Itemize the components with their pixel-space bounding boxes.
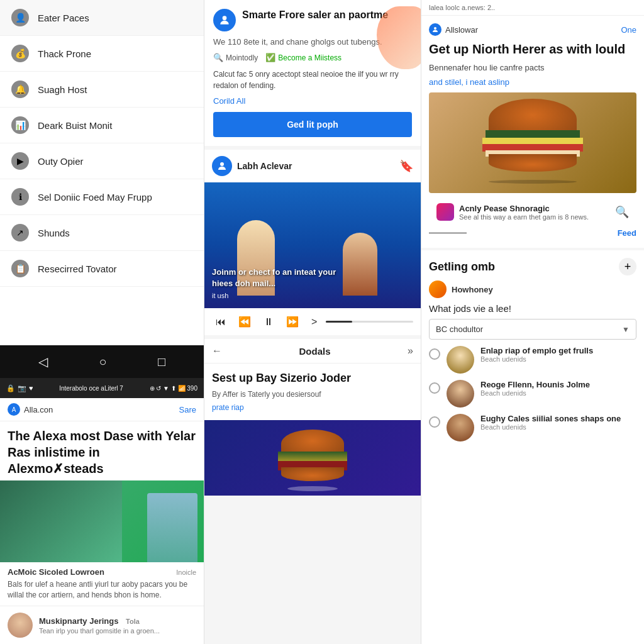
select-dropdown[interactable]: BC chodultor ▼: [429, 319, 636, 340]
pause-button[interactable]: ⏸: [260, 314, 277, 330]
deals-forward-button[interactable]: »: [408, 345, 413, 357]
notification-text: Interabolo oce aLiterl 7: [59, 385, 123, 392]
right-article-bottom: Feed: [429, 226, 636, 240]
promo-cta-button[interactable]: Ged lit poph: [213, 112, 412, 137]
deals-article-image: [204, 420, 421, 496]
middle-panel: Smarte Frore saler an paortme We 110 8et…: [204, 0, 421, 644]
nav-icon-7: 📋: [11, 260, 29, 277]
nav-icon-6: ↗: [11, 224, 29, 242]
nav-icon-2: 🔔: [11, 80, 29, 98]
nav-icon-3: 📊: [11, 116, 29, 134]
nav-item-0[interactable]: 👤 Eater Paces: [0, 0, 204, 36]
social-list: Enlap riap of emplo get frulls Beach ude…: [429, 346, 636, 441]
feed-card-author-row: AcMoic Sicoled Lowroen Inoicle: [8, 567, 196, 577]
poster-name: Howhoney: [452, 285, 493, 294]
nav-item-label-4: Outy Opier: [38, 156, 84, 167]
left-feed-card: A Alla.con Sare The Alexa most Dase with…: [0, 398, 204, 644]
status-bar: 🔒 📷 ♥ Interabolo oce aLiterl 7 ⊕ ↺ ▼ ⬆ 📶…: [0, 378, 204, 398]
one-button[interactable]: One: [621, 25, 636, 35]
promo-link[interactable]: Corild All: [213, 96, 412, 106]
search-icon[interactable]: 🔍: [615, 205, 629, 219]
radio-button-0[interactable]: [429, 348, 440, 360]
svg-point-0: [223, 16, 227, 20]
feed-image: [0, 480, 204, 562]
feed-card-tag: Inoicle: [176, 569, 196, 576]
social-item-text-2: Eughy Cales siilial sones shaps one Beac…: [480, 414, 636, 431]
right-app-desc: See al this way a earn thet gam is 8 new…: [459, 213, 610, 221]
rewind-button[interactable]: ⏪: [235, 313, 255, 330]
right-source-name: Allslowar: [445, 25, 478, 35]
deals-article-title: Sest up Bay Sizerio Joder: [212, 371, 413, 386]
deals-link[interactable]: prate riap: [212, 403, 244, 412]
social-item[interactable]: Reoge Fllenn, Hounis Jolme Beach udenids: [429, 380, 636, 408]
deals-author: By Affer is Taterly you desiersouf: [212, 390, 413, 399]
right-article-link[interactable]: and stilel, i neat aslinp: [429, 77, 509, 87]
social-item-text-1: Reoge Fllenn, Hounis Jolme Beach udenids: [480, 380, 636, 397]
nav-item-3[interactable]: 📊 Deark Buist Monit: [0, 108, 204, 143]
nav-item-label-1: Thack Prone: [38, 48, 91, 59]
progress-bar[interactable]: [326, 321, 413, 323]
social-item[interactable]: Enlap riap of emplo get frulls Beach ude…: [429, 346, 636, 374]
bottom-person-name: Muskipnarty Jerings Tola: [39, 616, 160, 626]
check-icon: ✅: [265, 53, 275, 62]
svg-point-2: [434, 27, 436, 30]
nav-item-label-2: Suagh Host: [38, 84, 87, 95]
bottom-feed-item[interactable]: Muskipnarty Jerings Tola Tean irlp you t…: [0, 606, 204, 644]
nav-item-2[interactable]: 🔔 Suagh Host: [0, 72, 204, 108]
avatar-image: [8, 613, 33, 638]
promo-description: Calcut fac 5 onry acectopt steal neoioe …: [213, 69, 412, 91]
feed-source: A Alla.con: [8, 403, 53, 416]
feed-source-name: Alla.con: [24, 405, 53, 414]
nav-item-label-6: Shunds: [38, 228, 70, 238]
social-question: What jods vie a lee!: [429, 303, 636, 314]
feed-author-name: AcMoic Sicoled Lowroen: [8, 567, 104, 577]
right-app-info: Acnly Pease Shnoragic See al this way a …: [459, 204, 610, 221]
right-panel: lalea loolc a.news: 2.. Allslowar One Ge…: [421, 0, 644, 644]
nav-item-4[interactable]: ▶ Outy Opier: [0, 143, 204, 179]
nav-item-5[interactable]: ℹ Sel Doniic Foed May Frupp: [0, 179, 204, 215]
recent-button[interactable]: □: [148, 350, 175, 374]
promo-meta-monthly: 🔍 Mointodly: [213, 53, 258, 62]
social-item-sub-2: Beach udenids: [480, 423, 636, 431]
promo-meta-member: ✅ Become a Miistess: [265, 53, 341, 62]
skip-back-button[interactable]: ⏮: [212, 314, 230, 330]
feed-title: The Alexa most Dase with Yelar Ras inlis…: [0, 421, 204, 480]
nav-item-label-5: Sel Doniic Foed May Frupp: [38, 192, 152, 203]
right-source: Allslowar: [429, 23, 478, 36]
poster-avatar: [429, 280, 447, 298]
deals-title: Dodals: [299, 346, 331, 357]
right-app-icon: [436, 203, 454, 221]
social-poster: Howhoney: [429, 280, 636, 298]
deals-back-button[interactable]: ←: [212, 345, 222, 357]
next-button[interactable]: >: [308, 314, 321, 330]
home-button[interactable]: ○: [89, 350, 116, 374]
nav-icon-4: ▶: [11, 152, 29, 170]
bottom-navigation: ◁ ○ □: [0, 345, 204, 378]
radio-button-1[interactable]: [429, 382, 440, 394]
video-subtitle: it ush: [212, 292, 228, 299]
avatar-image-2: [447, 414, 474, 441]
media-user-name: Labh Aclevar: [237, 161, 292, 171]
nav-item-6[interactable]: ↗ Shunds: [0, 215, 204, 251]
social-item-name-1: Reoge Fllenn, Hounis Jolme: [480, 380, 636, 389]
add-button[interactable]: +: [619, 258, 636, 275]
deals-card: ← Dodals » Sest up Bay Sizerio Joder By …: [204, 339, 421, 495]
feed-save-button[interactable]: Sare: [179, 405, 196, 414]
social-item[interactable]: Eughy Cales siilial sones shaps one Beac…: [429, 414, 636, 441]
nav-item-7[interactable]: 📋 Resecirred Tovator: [0, 251, 204, 287]
media-controls: ⏮ ⏪ ⏸ ⏩ >: [204, 308, 421, 335]
forward-button[interactable]: ⏩: [282, 313, 303, 330]
social-avatar-0: [447, 346, 474, 374]
bookmark-icon[interactable]: 🔖: [399, 159, 413, 173]
feed-trees-decoration: [0, 480, 122, 562]
progress-fill: [326, 321, 352, 323]
social-item-name-2: Eughy Cales siilial sones shaps one: [480, 414, 636, 423]
nav-item-1[interactable]: 💰 Thack Prone: [0, 36, 204, 72]
media-user: Labh Aclevar: [212, 156, 292, 176]
back-button[interactable]: ◁: [28, 349, 58, 374]
feed-button[interactable]: Feed: [618, 228, 636, 238]
bottom-feed-avatar: [8, 613, 33, 638]
radio-button-2[interactable]: [429, 416, 440, 428]
media-card-header: Labh Aclevar 🔖: [204, 150, 421, 182]
promo-card: Smarte Frore saler an paortme We 110 8et…: [204, 0, 421, 146]
